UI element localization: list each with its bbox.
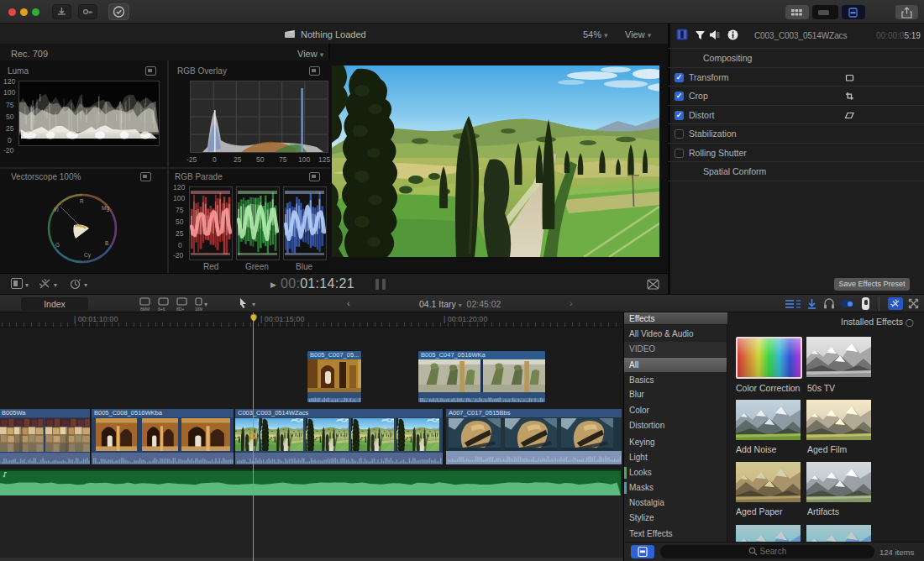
svg-text:6+6: 6+6 [158, 307, 165, 312]
svg-text:Mg: Mg [102, 205, 109, 212]
svg-text:Cy: Cy [84, 252, 92, 259]
svg-text:Yl: Yl [54, 207, 59, 212]
svg-text:B: B [105, 240, 108, 246]
svg-text:R: R [80, 198, 84, 204]
svg-text:8D+: 8D+ [176, 307, 184, 312]
svg-text:8MM: 8MM [140, 307, 150, 312]
svg-text:16MM: 16MM [195, 307, 202, 312]
svg-text:G: G [55, 242, 60, 248]
